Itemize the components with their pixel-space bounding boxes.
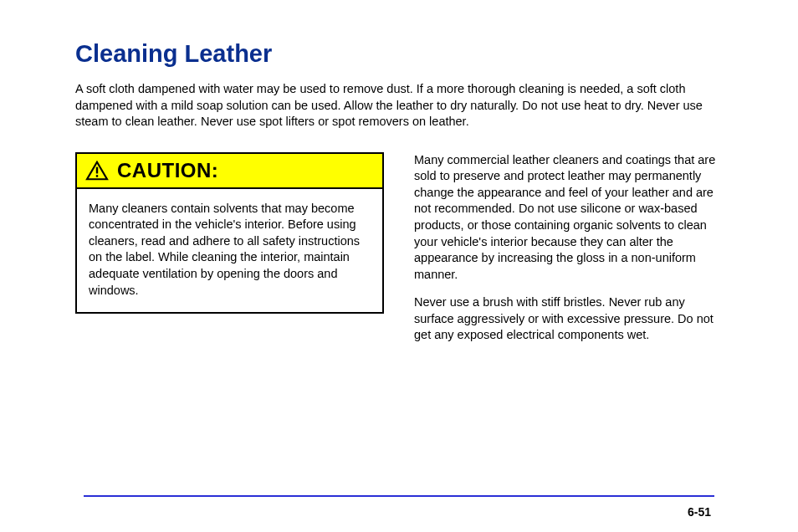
intro-paragraph: A soft cloth dampened with water may be … xyxy=(75,81,719,130)
footer-rule xyxy=(84,495,714,497)
caution-label: CAUTION: xyxy=(117,159,218,182)
caution-box: CAUTION: Many cleaners contain solvents … xyxy=(75,152,384,314)
two-column-layout: CAUTION: Many cleaners contain solvents … xyxy=(75,152,723,356)
caution-header: CAUTION: xyxy=(77,154,382,189)
svg-rect-1 xyxy=(96,166,98,173)
page-number: 6-51 xyxy=(688,505,711,519)
section-title: Cleaning Leather xyxy=(75,40,723,68)
warning-triangle-icon xyxy=(85,161,109,181)
svg-rect-2 xyxy=(96,175,98,177)
right-paragraph-2: Never use a brush with stiff bristles. N… xyxy=(414,294,723,344)
caution-body: Many cleaners contain solvents that may … xyxy=(77,189,382,312)
right-paragraph-1: Many commercial leather cleaners and coa… xyxy=(414,152,723,284)
right-column: Many commercial leather cleaners and coa… xyxy=(414,152,723,356)
left-column: CAUTION: Many cleaners contain solvents … xyxy=(75,152,384,356)
